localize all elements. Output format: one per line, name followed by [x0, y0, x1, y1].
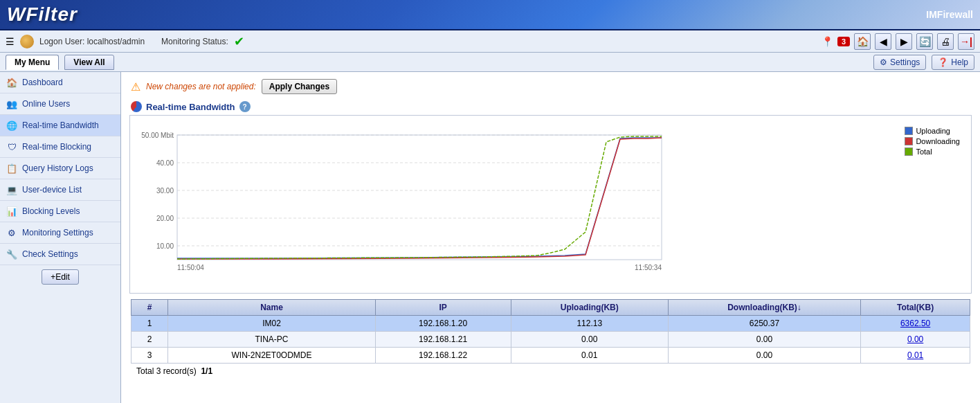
row2-downloading: 0.00 [668, 332, 860, 348]
toolbar-btn-refresh[interactable]: 🔄 [916, 33, 933, 50]
total-label: Total [916, 147, 932, 156]
sidebar-item-monitoring-settings[interactable]: ⚙ Monitoring Settings [0, 222, 120, 244]
tab-view-all[interactable]: View All [64, 55, 114, 70]
col-num: # [131, 300, 168, 316]
uploading-label: Uploading [916, 127, 950, 135]
alert-badge[interactable]: 3 [837, 37, 850, 46]
settings-button[interactable]: ⚙ Settings [873, 55, 926, 70]
sidebar-item-query-history[interactable]: 📋 Query History Logs [0, 158, 120, 179]
toolbar: ☰ Logon User: localhost/admin Monitoring… [0, 30, 980, 53]
chart-legend: Uploading Downloading Total [905, 127, 960, 158]
row1-name: IM02 [168, 316, 375, 332]
row3-total[interactable]: 0.01 [861, 348, 970, 364]
app-header: WFilter IMFirewall [0, 0, 980, 30]
sidebar-item-online-users[interactable]: 👥 Online Users [0, 93, 120, 115]
tab-my-menu[interactable]: My Menu [6, 55, 59, 70]
sidebar-label-online-users: Online Users [22, 99, 70, 109]
logon-user-label: Logon User: localhost/admin [39, 37, 145, 46]
table-footer: Total 3 record(s) 1/1 [131, 364, 970, 379]
settings-icon: ⚙ [880, 57, 887, 67]
row3-num: 3 [131, 348, 168, 364]
row3-ip: 192.168.1.22 [375, 348, 511, 364]
sidebar-label-blocking: Real-time Blocking [22, 142, 91, 152]
row1-downloading: 6250.37 [668, 316, 860, 332]
online-users-icon: 👥 [6, 98, 18, 110]
pie-chart-icon [131, 101, 142, 112]
logo: WFilter [7, 3, 78, 26]
monitoring-label: Monitoring Status: [161, 37, 228, 46]
toolbar-btn-print[interactable]: 🖨 [937, 33, 954, 50]
section-header: Real-time Bandwidth ? [125, 100, 976, 115]
legend-uploading: Uploading [905, 127, 960, 135]
total-color [905, 147, 913, 156]
sidebar-label-history: Query History Logs [22, 163, 93, 173]
sidebar-label-bandwidth: Real-time Bandwidth [22, 120, 99, 130]
page-number: 1/1 [201, 366, 212, 376]
help-icon: ❓ [938, 57, 948, 67]
svg-text:10.00: 10.00 [156, 242, 174, 250]
sidebar: 🏠 Dashboard 👥 Online Users 🌐 Real-time B… [0, 72, 121, 403]
help-circle-icon[interactable]: ? [239, 101, 251, 112]
svg-text:11:50:04: 11:50:04 [177, 264, 204, 271]
svg-text:30.00: 30.00 [156, 187, 174, 195]
col-name: Name [168, 300, 375, 316]
content-area: ⚠ New changes are not applied: Apply Cha… [121, 72, 980, 403]
row1-total[interactable]: 6362.50 [861, 316, 970, 332]
apply-changes-button[interactable]: Apply Changes [262, 79, 337, 94]
record-count: Total 3 record(s) [136, 366, 197, 376]
row2-total[interactable]: 0.00 [861, 332, 970, 348]
row2-num: 2 [131, 332, 168, 348]
svg-text:20.00: 20.00 [156, 215, 174, 222]
toolbar-btn-back[interactable]: ◀ [875, 33, 891, 50]
toolbar-right: 📍 3 🏠 ◀ ▶ 🔄 🖨 →| [822, 33, 974, 50]
svg-text:11:50:34: 11:50:34 [635, 264, 662, 271]
table-row[interactable]: 2 TINA-PC 192.168.1.21 0.00 0.00 0.00 [131, 332, 970, 348]
warning-text: New changes are not applied: [146, 82, 256, 91]
sidebar-item-realtime-blocking[interactable]: 🛡 Real-time Blocking [0, 136, 120, 158]
sidebar-item-realtime-bandwidth[interactable]: 🌐 Real-time Bandwidth [0, 115, 120, 136]
chart-container: 50.00 Mbit 40.00 30.00 20.00 10.00 11:50… [129, 115, 972, 294]
monitoring-icon: ⚙ [6, 226, 18, 239]
legend-downloading: Downloading [905, 137, 960, 145]
warning-bar: ⚠ New changes are not applied: Apply Cha… [125, 76, 976, 97]
row3-name: WIN-2N2ET0ODMDE [168, 348, 375, 364]
toolbar-btn-forward[interactable]: ▶ [896, 33, 912, 50]
hamburger-icon[interactable]: ☰ [6, 36, 15, 47]
section-title: Real-time Bandwidth [146, 102, 235, 112]
row1-ip: 192.168.1.20 [375, 316, 511, 332]
row2-uploading: 0.00 [511, 332, 668, 348]
device-icon: 💻 [6, 183, 18, 196]
sidebar-label-levels: Blocking Levels [22, 206, 80, 216]
bandwidth-icon: 🌐 [6, 119, 18, 132]
table-row[interactable]: 3 WIN-2N2ET0ODMDE 192.168.1.22 0.01 0.00… [131, 348, 970, 364]
row3-uploading: 0.01 [511, 348, 668, 364]
toolbar-btn-exit[interactable]: →| [958, 33, 974, 50]
sidebar-item-check-settings[interactable]: 🔧 Check Settings [0, 244, 120, 265]
help-button[interactable]: ❓ Help [932, 55, 974, 70]
sidebar-label-dashboard: Dashboard [22, 78, 63, 87]
sidebar-item-blocking-levels[interactable]: 📊 Blocking Levels [0, 201, 120, 222]
col-total: Total(KB) [861, 300, 970, 316]
col-uploading: Uploading(KB) [511, 300, 668, 316]
svg-text:50.00 Mbit: 50.00 Mbit [141, 132, 174, 139]
row2-ip: 192.168.1.21 [375, 332, 511, 348]
history-icon: 📋 [6, 162, 18, 174]
dashboard-icon: 🏠 [6, 76, 18, 89]
bandwidth-chart: 50.00 Mbit 40.00 30.00 20.00 10.00 11:50… [136, 121, 703, 287]
toolbar-left: ☰ Logon User: localhost/admin Monitoring… [6, 34, 816, 49]
table-area: # Name IP Uploading(KB) Downloading(KB)↓… [131, 299, 970, 379]
imfirewall-label: IMFirewall [926, 9, 973, 20]
row1-num: 1 [131, 316, 168, 332]
col-ip: IP [375, 300, 511, 316]
col-downloading: Downloading(KB)↓ [668, 300, 860, 316]
toolbar-btn-home[interactable]: 🏠 [854, 33, 871, 50]
sidebar-label-monitoring: Monitoring Settings [22, 228, 93, 238]
sidebar-item-dashboard[interactable]: 🏠 Dashboard [0, 72, 120, 93]
nav-tabs: My Menu View All ⚙ Settings ❓ Help [0, 53, 980, 72]
table-row[interactable]: 1 IM02 192.168.1.20 112.13 6250.37 6362.… [131, 316, 970, 332]
sidebar-item-user-device[interactable]: 💻 User-device List [0, 179, 120, 201]
edit-button[interactable]: +Edit [42, 269, 79, 285]
levels-icon: 📊 [6, 205, 18, 217]
row3-downloading: 0.00 [668, 348, 860, 364]
check-icon: 🔧 [6, 248, 18, 260]
